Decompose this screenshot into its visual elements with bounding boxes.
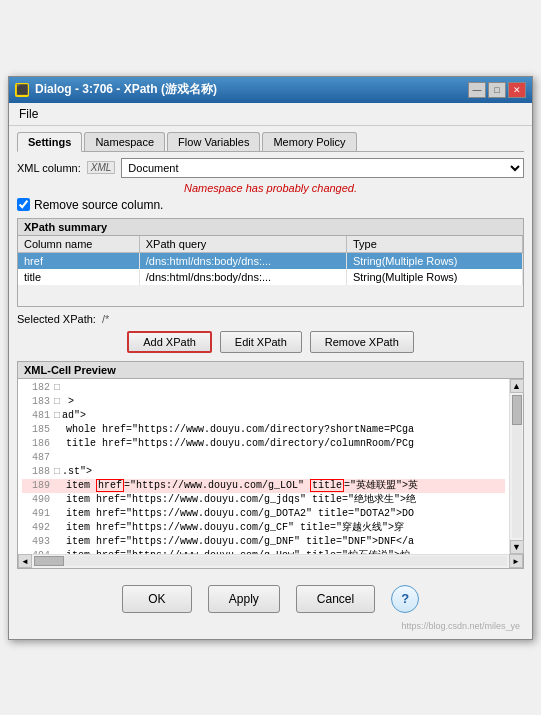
xpath-table-wrapper: Column name XPath query Type href /dns:h…	[18, 236, 523, 306]
row-query-title: /dns:html/dns:body/dns:...	[139, 269, 346, 285]
scroll-thumb-vertical	[512, 395, 522, 425]
col-header-type: Type	[346, 236, 522, 253]
preview-line: 188 □.st">	[22, 465, 505, 479]
scroll-left-button[interactable]: ◄	[18, 554, 32, 568]
xml-preview-header: XML-Cell Preview	[18, 362, 523, 379]
tab-bar: Settings Namespace Flow Variables Memory…	[17, 132, 524, 152]
vertical-scrollbar[interactable]: ▲ ▼	[509, 379, 523, 554]
tab-memory-policy[interactable]: Memory Policy	[262, 132, 356, 151]
namespace-warning: Namespace has probably changed.	[17, 182, 524, 194]
help-button[interactable]: ?	[391, 585, 419, 613]
apply-button[interactable]: Apply	[208, 585, 280, 613]
preview-line: 183 □ >	[22, 395, 505, 409]
ok-button[interactable]: OK	[122, 585, 192, 613]
remove-source-label: Remove source column.	[34, 198, 163, 212]
preview-line: 185 whole href="https://www.douyu.com/di…	[22, 423, 505, 437]
title-bar-left: ⬛ Dialog - 3:706 - XPath (游戏名称)	[15, 81, 217, 98]
xml-badge: XML	[87, 161, 116, 174]
preview-line-highlighted: 189 item href="https://www.douyu.com/g_L…	[22, 479, 505, 493]
maximize-button[interactable]: □	[488, 82, 506, 98]
main-window: ⬛ Dialog - 3:706 - XPath (游戏名称) — □ ✕ Fi…	[8, 76, 533, 640]
scroll-track-horizontal	[34, 556, 507, 566]
selected-xpath-label: Selected XPath:	[17, 313, 96, 325]
row-type-title: String(Multiple Rows)	[346, 269, 522, 285]
menu-bar: File	[9, 103, 532, 126]
remove-xpath-button[interactable]: Remove XPath	[310, 331, 414, 353]
xpath-summary-panel: XPath summary Column name XPath query Ty…	[17, 218, 524, 307]
close-button[interactable]: ✕	[508, 82, 526, 98]
add-xpath-button[interactable]: Add XPath	[127, 331, 212, 353]
preview-line: 481 □ad">	[22, 409, 505, 423]
xpath-buttons-row: Add XPath Edit XPath Remove XPath	[17, 331, 524, 353]
row-query-href: /dns:html/dns:body/dns:...	[139, 252, 346, 269]
scroll-thumb-horizontal	[34, 556, 64, 566]
preview-line: 490 item href="https://www.douyu.com/g_j…	[22, 493, 505, 507]
table-row[interactable]: title /dns:html/dns:body/dns:... String(…	[18, 269, 523, 285]
title-bar: ⬛ Dialog - 3:706 - XPath (游戏名称) — □ ✕	[9, 77, 532, 103]
xml-column-row: XML column: XML Document	[17, 158, 524, 178]
row-name-title: title	[18, 269, 139, 285]
tab-namespace[interactable]: Namespace	[84, 132, 165, 151]
selected-xpath-value: /*	[102, 313, 524, 325]
minimize-button[interactable]: —	[468, 82, 486, 98]
watermark: https://blog.csdn.net/miles_ye	[17, 621, 524, 633]
horizontal-scrollbar[interactable]: ◄ ►	[18, 554, 523, 568]
window-title: Dialog - 3:706 - XPath (游戏名称)	[35, 81, 217, 98]
preview-line: 493 item href="https://www.douyu.com/g_D…	[22, 535, 505, 549]
remove-source-checkbox[interactable]	[17, 198, 30, 211]
preview-line: 186 title href="https://www.douyu.com/di…	[22, 437, 505, 451]
preview-line: 182 □	[22, 381, 505, 395]
scroll-down-button[interactable]: ▼	[510, 540, 524, 554]
menu-file[interactable]: File	[13, 105, 44, 123]
table-row[interactable]: href /dns:html/dns:body/dns:... String(M…	[18, 252, 523, 269]
xpath-table: Column name XPath query Type href /dns:h…	[18, 236, 523, 285]
selected-xpath-row: Selected XPath: /*	[17, 313, 524, 325]
row-type-href: String(Multiple Rows)	[346, 252, 522, 269]
tab-settings[interactable]: Settings	[17, 132, 82, 152]
col-header-name: Column name	[18, 236, 139, 253]
scroll-right-button[interactable]: ►	[509, 554, 523, 568]
scroll-track-vertical	[512, 395, 522, 538]
preview-content[interactable]: 182 □ 183 □ > 481 □ad"> 185 whole href="…	[18, 379, 509, 554]
row-name-href: href	[18, 252, 139, 269]
tab-flow-variables[interactable]: Flow Variables	[167, 132, 260, 151]
title-buttons: — □ ✕	[468, 82, 526, 98]
preview-line: 487	[22, 451, 505, 465]
dialog-body: Settings Namespace Flow Variables Memory…	[9, 126, 532, 639]
xpath-summary-header: XPath summary	[18, 219, 523, 236]
cancel-button[interactable]: Cancel	[296, 585, 375, 613]
edit-xpath-button[interactable]: Edit XPath	[220, 331, 302, 353]
preview-line: 492 item href="https://www.douyu.com/g_C…	[22, 521, 505, 535]
preview-line: 491 item href="https://www.douyu.com/g_D…	[22, 507, 505, 521]
xml-column-select[interactable]: Document	[121, 158, 524, 178]
xml-column-label: XML column:	[17, 162, 81, 174]
scroll-up-button[interactable]: ▲	[510, 379, 524, 393]
app-icon: ⬛	[15, 83, 29, 97]
xml-preview-panel: XML-Cell Preview 182 □ 183 □ > 481 □ad">	[17, 361, 524, 569]
preview-line: 494 item href="https://www.douyu.com/g_H…	[22, 549, 505, 554]
col-header-query: XPath query	[139, 236, 346, 253]
remove-source-row: Remove source column.	[17, 198, 524, 212]
bottom-buttons: OK Apply Cancel ?	[17, 577, 524, 621]
